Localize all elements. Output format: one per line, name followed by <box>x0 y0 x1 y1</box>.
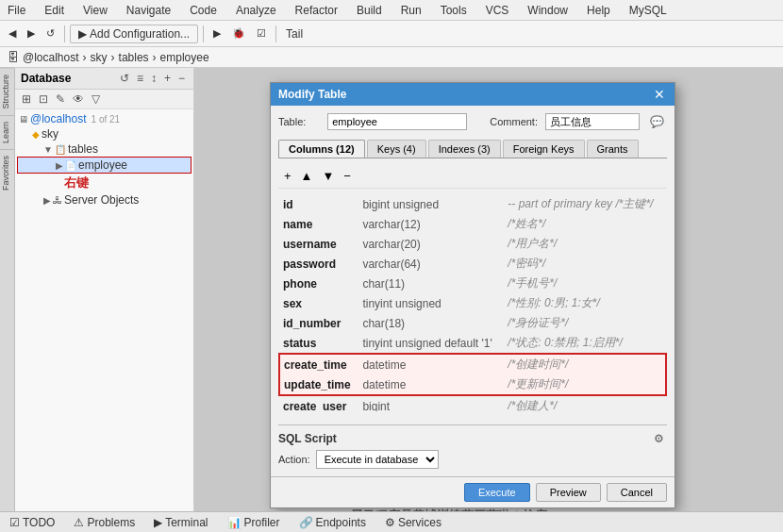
toolbar-refresh-btn[interactable]: ↺ <box>42 25 59 42</box>
tab-keys[interactable]: Keys (4) <box>367 140 426 158</box>
table-comment-row: Table: Comment: 💬 <box>278 113 667 130</box>
move-down-btn[interactable]: ▼ <box>318 167 338 185</box>
filter-btn[interactable]: ≡ <box>134 71 146 86</box>
col-comment-cell: /*更新时间*/ <box>504 374 666 395</box>
services-icon: ⚙ <box>385 516 395 529</box>
execute-btn[interactable]: Execute <box>464 483 530 502</box>
menu-item-run[interactable]: Run <box>397 2 425 19</box>
tab-columns[interactable]: Columns (12) <box>278 140 365 158</box>
menu-item-edit[interactable]: Edit <box>41 2 68 19</box>
main-layout: Structure Learn Favorites Database ↺ ≡ ↕… <box>0 68 783 532</box>
bottom-tab-profiler[interactable]: 📊 Profiler <box>222 514 286 531</box>
col-type-cell: tinyint unsigned <box>358 293 504 313</box>
col-name-cell: name <box>279 214 358 234</box>
menu-item-mysql[interactable]: MySQL <box>625 2 671 19</box>
menu-item-vcs[interactable]: VCS <box>482 2 513 19</box>
col-type-cell: bigint <box>358 395 504 411</box>
col-comment-cell: /*手机号*/ <box>504 274 666 293</box>
minus-btn[interactable]: − <box>175 71 188 86</box>
collapse-btn[interactable]: ⊞ <box>19 91 34 107</box>
col-name-cell: sex <box>279 293 358 313</box>
menu-item-refactor[interactable]: Refactor <box>292 2 342 19</box>
schema-icon: ◆ <box>32 129 40 140</box>
modal-close-btn[interactable]: ✕ <box>652 87 667 102</box>
table-row[interactable]: name varchar(12) /*姓名*/ <box>279 214 666 234</box>
tree-item-schema[interactable]: ◆ sky <box>17 126 192 141</box>
bottom-tab-endpoints[interactable]: 🔗 Endpoints <box>293 514 372 531</box>
toolbar-play-btn[interactable]: ▶ <box>208 25 225 42</box>
comment-input[interactable] <box>545 113 640 130</box>
preview-btn[interactable]: Preview <box>536 483 601 502</box>
move-up-btn[interactable]: ▲ <box>297 167 317 185</box>
breadcrumb-table[interactable]: employee <box>160 51 209 64</box>
tab-foreign-keys[interactable]: Foreign Keys <box>503 140 585 158</box>
tab-grants[interactable]: Grants <box>587 140 639 158</box>
menu-item-help[interactable]: Help <box>583 2 614 19</box>
tree-item-employee[interactable]: ▶ 📄 employee <box>17 157 192 174</box>
menu-item-tools[interactable]: Tools <box>437 2 471 19</box>
comment-label: Comment: <box>490 116 538 127</box>
tree-item-host[interactable]: 🖥 @localhost 1 of 21 <box>17 111 192 126</box>
table-row[interactable]: status tinyint unsigned default '1' /*状态… <box>279 333 666 354</box>
view-btn[interactable]: 👁 <box>70 91 87 107</box>
menu-item-code[interactable]: Code <box>186 2 221 19</box>
database-label: Database <box>21 72 71 85</box>
sort-btn[interactable]: ↕ <box>148 71 159 86</box>
breadcrumb-sep-1: › <box>83 51 87 64</box>
modal-titlebar: Modify Table ✕ <box>271 83 675 106</box>
toolbar-back-btn[interactable]: ◀ <box>4 25 21 42</box>
table-row[interactable]: username varchar(20) /*用户名*/ <box>279 234 666 254</box>
menu-item-view[interactable]: View <box>79 2 111 19</box>
tree-item-server-objects[interactable]: ▶ 🖧 Server Objects <box>17 192 192 208</box>
table-row[interactable]: create_time datetime /*创建时间*/ <box>279 354 666 374</box>
problems-icon: ⚠ <box>74 516 84 529</box>
edit-btn[interactable]: ✎ <box>53 91 68 107</box>
add-column-btn[interactable]: + <box>280 167 295 185</box>
add-configuration-button[interactable]: ▶ Add Configuration... <box>70 25 198 43</box>
employee-table-icon: 📄 <box>65 160 76 171</box>
table-row[interactable]: id_number char(18) /*身份证号*/ <box>279 313 666 333</box>
add-config-label: Add Configuration... <box>90 27 190 41</box>
side-tab-learn[interactable]: Learn <box>0 115 14 149</box>
toolbar-debug-btn[interactable]: 🐞 <box>227 25 250 42</box>
table-row[interactable]: id bigint unsigned -- part of primary ke… <box>279 194 666 214</box>
menu-item-build[interactable]: Build <box>353 2 386 19</box>
table-row[interactable]: password varchar(64) /*密码*/ <box>279 254 666 274</box>
table-row[interactable]: phone char(11) /*手机号*/ <box>279 274 666 293</box>
bottom-tab-problems[interactable]: ⚠ Problems <box>68 514 141 531</box>
delete-column-btn[interactable]: − <box>340 167 355 185</box>
toolbar-forward-btn[interactable]: ▶ <box>23 25 40 42</box>
comment-icon-btn[interactable]: 💬 <box>647 114 667 129</box>
menu-item-navigate[interactable]: Navigate <box>123 2 175 19</box>
tree-item-tables-folder[interactable]: ▼ 📋 tables <box>17 141 192 157</box>
sql-gear-btn[interactable]: ⚙ <box>651 431 667 446</box>
bottom-tab-terminal[interactable]: ▶ Terminal <box>148 514 213 531</box>
col-type-cell: char(11) <box>358 274 504 293</box>
sql-script-title: SQL Script <box>278 432 337 445</box>
refresh-btn[interactable]: ↺ <box>117 71 132 86</box>
toolbar-coverage-btn[interactable]: ☑ <box>252 25 271 42</box>
table-row[interactable]: update_time datetime /*更新时间*/ <box>279 374 666 395</box>
plus-btn[interactable]: + <box>161 71 174 86</box>
tab-indexes[interactable]: Indexes (3) <box>428 140 501 158</box>
table-name-input[interactable] <box>327 113 467 130</box>
side-tab-structure[interactable]: Structure <box>0 68 14 115</box>
sql-action-row: Action: Execute in database Show SQL onl… <box>278 450 667 469</box>
bottom-tab-services[interactable]: ⚙ Services <box>379 514 447 531</box>
menu-item-file[interactable]: File <box>4 2 29 19</box>
breadcrumb-table-parent[interactable]: tables <box>119 51 149 64</box>
filter2-btn[interactable]: ▽ <box>89 91 103 107</box>
sql-action-select[interactable]: Execute in database Show SQL only <box>316 450 439 469</box>
toolbar-tail-btn[interactable]: Tail <box>281 25 308 43</box>
side-tab-favorites[interactable]: Favorites <box>0 149 14 196</box>
table-row[interactable]: sex tinyint unsigned /*性别: 0:男; 1:女*/ <box>279 293 666 313</box>
cancel-btn[interactable]: Cancel <box>607 483 667 502</box>
breadcrumb-host[interactable]: @localhost <box>23 51 79 64</box>
breadcrumb-schema[interactable]: sky <box>91 51 108 64</box>
menu-item-window[interactable]: Window <box>524 2 572 19</box>
bottom-tab-todo[interactable]: ☑ TODO <box>4 514 60 531</box>
expand-btn[interactable]: ⊡ <box>36 91 51 107</box>
menu-item-analyze[interactable]: Analyze <box>232 2 280 19</box>
table-row[interactable]: create_user bigint /*创建人*/ <box>279 395 666 411</box>
col-name-cell: phone <box>279 274 358 293</box>
